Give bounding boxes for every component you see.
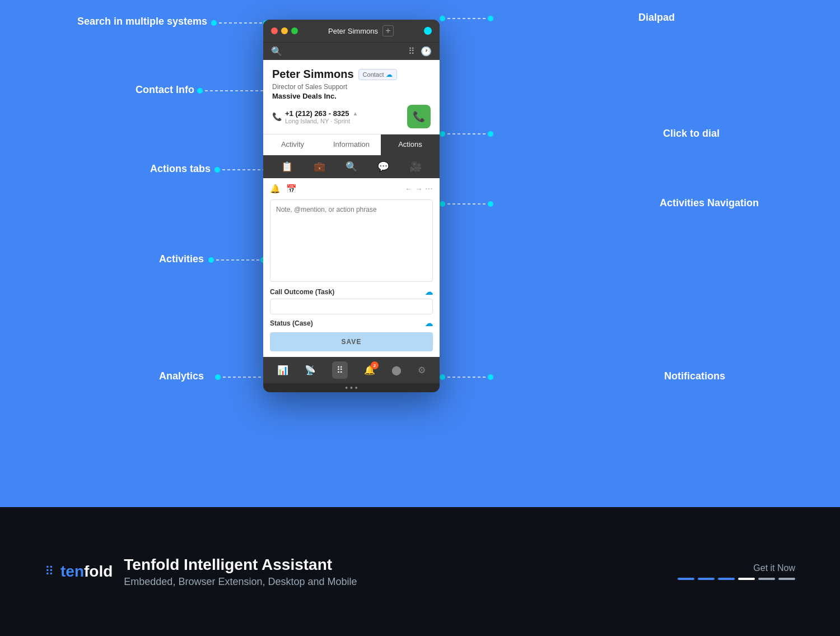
svg-point-4 <box>197 88 203 94</box>
annotation-analytics: Analytics <box>159 370 204 382</box>
notification-sub-icon[interactable]: 🔔 <box>270 184 281 194</box>
action-icons-row: 📋 💼 🔍 💬 🎥 <box>263 155 440 178</box>
comment-icon[interactable]: 💬 <box>377 161 389 173</box>
dot-5 <box>758 578 775 580</box>
dialpad-icon[interactable]: ⠿ <box>408 46 415 57</box>
settings-icon[interactable]: ⚙ <box>418 365 426 375</box>
sf-cloud-icon-2: ☁ <box>425 319 433 328</box>
badge-label: Contact <box>363 71 384 78</box>
tabs-row: Activity Information Actions <box>263 134 440 155</box>
notification-badge: 2 <box>371 361 379 369</box>
status-indicator <box>424 27 432 35</box>
toolbar-row: 🔍 ⠿ 🕐 <box>263 42 440 60</box>
analytics-icon[interactable]: 📊 <box>277 365 288 375</box>
sf-cloud-icon-1: ☁ <box>425 287 433 296</box>
phone-icon: 📞 <box>272 112 282 121</box>
annotation-activities: Activities <box>159 253 204 265</box>
tab-activity[interactable]: Activity <box>263 134 322 155</box>
briefcase-icon[interactable]: 💼 <box>314 161 325 173</box>
svg-point-13 <box>215 374 221 380</box>
dot-4 <box>738 578 755 580</box>
calendar-sub-icon[interactable]: 📅 <box>286 184 297 194</box>
minimize-button[interactable] <box>281 27 288 34</box>
main-content: 🔔 📅 ← → ⋯ Call Outcome (Task) ☁ Status (… <box>263 178 440 357</box>
traffic-lights <box>271 27 298 34</box>
contact-title: Director of Sales Support <box>272 83 431 91</box>
svg-point-17 <box>440 16 445 21</box>
svg-point-1 <box>211 20 217 26</box>
contact-header: Peter Simmons Contact ☁ <box>272 68 431 81</box>
call-outcome-select[interactable] <box>270 299 433 314</box>
title-bar: Peter Simmons + <box>263 20 440 42</box>
sub-toolbar: 🔔 📅 ← → ⋯ <box>270 184 433 194</box>
nav-arrows: ← → ⋯ <box>405 184 433 193</box>
contact-company: Massive Deals Inc. <box>272 92 431 100</box>
search-icon[interactable]: 🔍 <box>271 46 282 57</box>
circle-icon[interactable]: ⬤ <box>391 365 402 375</box>
nav-more[interactable]: ⋯ <box>425 184 433 193</box>
annotation-click-to-dial: Click to dial <box>663 128 720 140</box>
svg-point-10 <box>208 257 214 263</box>
title-bar-center: Peter Simmons + <box>328 25 394 36</box>
dot-3 <box>718 578 735 580</box>
logo-text-fold: fold <box>84 563 113 580</box>
contact-badge[interactable]: Contact ☁ <box>358 69 397 80</box>
expand-icon[interactable]: ▲ <box>353 110 358 117</box>
svg-point-19 <box>488 131 493 137</box>
annotation-search: Search in multiple systems <box>77 16 207 27</box>
dial-button[interactable]: 📞 <box>407 105 431 128</box>
tab-information[interactable]: Information <box>322 134 381 155</box>
contact-section: Peter Simmons Contact ☁ Director of Sale… <box>263 60 440 134</box>
annotation-notifications: Notifications <box>664 370 725 382</box>
add-tab-button[interactable]: + <box>382 25 394 36</box>
tab-actions[interactable]: Actions <box>381 134 440 155</box>
search-people-icon[interactable]: 🔍 <box>346 161 357 173</box>
bottom-nav: 📊 📡 ⠿ 🔔 2 ⬤ ⚙ <box>263 357 440 383</box>
salesforce-icon: ☁ <box>386 71 393 78</box>
video-icon[interactable]: 🎥 <box>410 161 422 173</box>
logo-icon: ⠿ <box>45 564 54 579</box>
get-it-now-text[interactable]: Get it Now <box>678 563 795 573</box>
maximize-button[interactable] <box>291 27 298 34</box>
phone-ui: Peter Simmons + 🔍 ⠿ 🕐 Peter Simmons Cont… <box>263 20 440 392</box>
close-button[interactable] <box>271 27 278 34</box>
dot-1 <box>678 578 694 580</box>
status-label: Status (Case) ☁ <box>270 319 433 328</box>
logo-text-ten: ten <box>60 563 84 580</box>
feed-icon[interactable]: 📡 <box>305 365 316 375</box>
contact-name: Peter Simmons <box>272 68 354 81</box>
top-section: Search in multiple systems <box>0 0 840 507</box>
annotation-contact-info: Contact Info <box>136 84 194 96</box>
svg-point-25 <box>488 374 493 380</box>
phone-number: +1 (212) 263 - 8325 <box>285 109 349 118</box>
history-icon[interactable]: 🕐 <box>421 46 432 57</box>
more-dots[interactable]: • • • <box>263 383 440 392</box>
sub-toolbar-left: 🔔 📅 <box>270 184 297 194</box>
title-bar-right <box>424 27 432 35</box>
note-textarea[interactable] <box>270 199 433 282</box>
nav-forward[interactable]: → <box>415 184 423 193</box>
annotation-activities-nav: Activities Navigation <box>660 197 759 209</box>
dot-2 <box>698 578 715 580</box>
get-it-now: Get it Now <box>678 563 795 580</box>
save-button[interactable]: SAVE <box>270 332 433 351</box>
clipboard-icon[interactable]: 📋 <box>281 161 293 173</box>
bell-icon[interactable]: 🔔 2 <box>364 365 375 375</box>
annotation-actions-tabs: Actions tabs <box>150 163 211 175</box>
bottom-section: ⠿ tenfold Tenfold Intelligent Assistant … <box>0 507 840 636</box>
tab-name: Peter Simmons <box>328 27 378 35</box>
grid-icon[interactable]: ⠿ <box>332 361 348 379</box>
annotation-dialpad: Dialpad <box>638 12 675 24</box>
nav-back[interactable]: ← <box>405 184 413 193</box>
tagline-subtitle: Embedded, Browser Extension, Desktop and… <box>124 576 357 588</box>
svg-point-26 <box>440 374 445 380</box>
dot-6 <box>778 578 795 580</box>
svg-point-23 <box>440 201 445 207</box>
phone-left: 📞 +1 (212) 263 - 8325 ▲ Long Island, NY … <box>272 109 358 124</box>
tenfold-logo: ⠿ tenfold <box>45 563 113 581</box>
call-outcome-label: Call Outcome (Task) ☁ <box>270 287 433 296</box>
svg-point-16 <box>488 16 493 21</box>
logo-text: tenfold <box>60 563 113 581</box>
svg-point-20 <box>440 131 445 137</box>
get-it-now-dots <box>678 578 795 580</box>
